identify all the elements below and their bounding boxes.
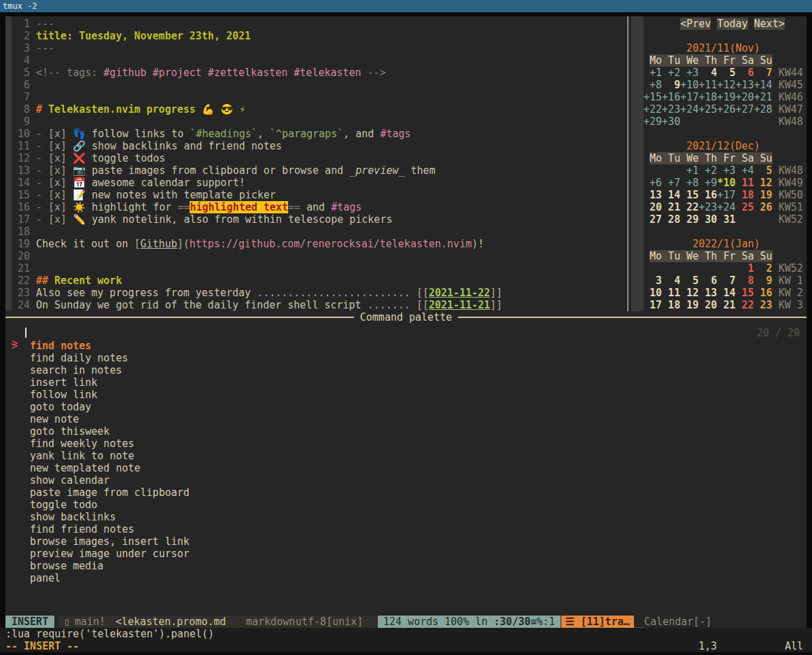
editor-line[interactable]: 13- [x] 📷 paste images from clipboard or… [12, 164, 436, 177]
palette-item[interactable]: find weekly notes [5, 438, 807, 450]
palette-item[interactable]: find daily notes [5, 352, 807, 364]
calendar-day[interactable]: 27 28 29 30 31 [643, 213, 735, 226]
calendar-day-sunday[interactable]: 19 [754, 189, 773, 201]
editor-pane[interactable]: 1---2title: Tuesday, November 23th, 2021… [5, 16, 625, 311]
calendar-day-with-note[interactable]: +1 +2 +3 +4 [680, 164, 754, 177]
editor-line[interactable]: 21 [12, 262, 36, 275]
editor-line[interactable]: 18 [12, 226, 36, 238]
editor-line[interactable]: 9 [12, 116, 36, 128]
calendar-day-with-note[interactable]: +23+24 [699, 201, 735, 213]
editor-line[interactable]: 17- [x] ✏️ yank notelink, also from with… [12, 213, 392, 226]
calendar-day-saturday[interactable]: 15 [735, 287, 754, 299]
calendar-day[interactable]: 10 11 12 13 14 [643, 287, 735, 299]
calendar-nav-button[interactable]: Today [717, 18, 747, 30]
calendar-day[interactable]: 20 21 22 [643, 201, 699, 213]
editor-line[interactable]: 3--- [12, 42, 54, 54]
calendar-row: +6 +7 +8 +9*10 11 12 KW49 [643, 177, 803, 189]
note-link[interactable]: 2021-11-21 [429, 299, 490, 311]
line-position: :30/30 [494, 616, 531, 628]
editor-line[interactable]: 20 [12, 250, 36, 262]
calendar-day-sunday[interactable]: 23 [754, 299, 773, 311]
editor-line[interactable]: 22## Recent work [12, 275, 122, 287]
calendar-day-with-note[interactable]: +17 [717, 189, 735, 201]
palette-item[interactable]: panel [5, 572, 807, 584]
calendar-day-with-note[interactable]: +8 [643, 79, 662, 91]
editor-line[interactable]: 2title: Tuesday, November 23th, 2021 [12, 30, 251, 42]
palette-item[interactable]: yank link to note [5, 450, 807, 462]
editor-line[interactable]: 19Check it out on [Github](https://githu… [12, 238, 484, 250]
calendar-day-today[interactable]: *10 [717, 177, 735, 189]
calendar-day-saturday[interactable]: 25 [735, 201, 754, 213]
github-link[interactable]: Github [141, 238, 177, 250]
palette-item[interactable]: >find notes [5, 340, 807, 352]
editor-line[interactable]: 10- [x] 👣 follow links to `#headings`, `… [12, 128, 411, 140]
calendar-day-saturday[interactable]: 8 [735, 275, 754, 287]
calendar-day-sunday[interactable]: 7 [754, 67, 773, 79]
external-link[interactable]: https://github.com/renerocksai/telekaste… [190, 238, 472, 250]
palette-item[interactable]: insert link [5, 376, 807, 389]
editor-line[interactable]: 23Also see my progress from yesterday ..… [12, 287, 502, 299]
calendar-nav-button[interactable]: <Prev [680, 18, 711, 30]
calendar-day-sunday[interactable]: 16 [754, 287, 773, 299]
palette-item[interactable]: toggle todo [5, 499, 807, 511]
calendar-day[interactable]: 9 [662, 79, 680, 91]
editor-line[interactable]: 24On Sunday we got rid of the daily find… [12, 299, 502, 311]
calendar-day-with-note[interactable]: +6 +7 +8 +9 [643, 177, 717, 189]
editor-line[interactable]: 8# Telekasten.nvim progress 💪 😎 ⚡ [12, 103, 245, 116]
calendar-day-saturday[interactable]: 1 [735, 262, 754, 275]
palette-item[interactable]: search in notes [5, 364, 807, 376]
calendar-day-sunday[interactable]: 5 [754, 164, 773, 177]
editor-line[interactable]: 15- [x] 📝 new notes with template picker [12, 189, 276, 201]
calendar-day[interactable]: 3 4 5 6 7 [643, 275, 735, 287]
editor-line[interactable]: 5<!-- tags: #github #project #zettelkast… [12, 67, 386, 79]
calendar-day-sunday[interactable]: 26 [754, 201, 773, 213]
calendar-day-with-note[interactable]: +10+11+12+13+14 [680, 79, 772, 91]
calendar-pane[interactable]: <Prev Today Next> 2021/11(Nov) Mo Tu We … [631, 16, 807, 311]
calendar-weekday-header: Mo Tu We Th Fr Sa Su [650, 152, 773, 164]
palette-item[interactable]: preview image under cursor [5, 548, 807, 560]
calendar-day[interactable]: 13 14 15 16 [643, 189, 717, 201]
palette-item[interactable]: new note [5, 413, 807, 425]
calendar-week-number: KW52 [773, 262, 803, 275]
calendar-day[interactable]: 17 18 19 20 21 [643, 299, 735, 311]
editor-line[interactable]: 11- [x] 🔗 show backlinks and friend note… [12, 140, 282, 152]
editor-line[interactable]: 4 [12, 54, 36, 67]
command-palette[interactable]: > 20 / 20 >find notesfind daily notessea… [5, 323, 807, 616]
note-link[interactable]: 2021-11-22 [429, 287, 490, 299]
editor-line[interactable]: 14- [x] 📅 awesome calendar support! [12, 177, 245, 189]
palette-item[interactable]: browse images, insert link [5, 535, 807, 548]
palette-item[interactable]: show calendar [5, 474, 807, 486]
calendar-day-saturday[interactable]: 6 [735, 67, 754, 79]
calendar-day[interactable]: 4 5 [699, 67, 735, 79]
palette-item[interactable]: new templated note [5, 462, 807, 474]
window-vertical-separator[interactable] [625, 16, 631, 311]
palette-item[interactable]: goto today [5, 401, 807, 413]
calendar-nav-button[interactable]: Next> [754, 18, 785, 30]
calendar-day-saturday[interactable]: 11 [735, 177, 754, 189]
palette-item[interactable]: show backlinks [5, 511, 807, 523]
editor-line[interactable]: 7 [12, 91, 36, 103]
palette-item-label: browse images, insert link [30, 535, 190, 548]
palette-item[interactable]: follow link [5, 389, 807, 401]
calendar-window-label: __Calendar[-] [632, 616, 711, 628]
editor-line[interactable]: 16- [x] ☀️ highlight for ==highlighted t… [12, 201, 361, 213]
palette-item[interactable]: find friend notes [5, 523, 807, 535]
calendar-day-with-note[interactable]: +22+23+24+25+26+27+28 [643, 103, 773, 116]
calendar-day-sunday[interactable]: 9 [754, 275, 773, 287]
palette-item[interactable]: goto thisweek [5, 425, 807, 438]
palette-prompt-row[interactable]: > 20 / 20 [5, 325, 807, 337]
editor-line[interactable]: 12- [x] ❌ toggle todos [12, 152, 165, 164]
palette-item[interactable]: browse media [5, 560, 807, 572]
statusline-tab-segment[interactable]: ☰ [11]tra… [561, 616, 634, 628]
editor-line[interactable]: 6 [12, 79, 36, 91]
palette-item-label: new note [30, 413, 79, 425]
palette-item[interactable]: paste image from clipboard [5, 486, 807, 499]
calendar-day-sunday[interactable]: 12 [754, 177, 773, 189]
calendar-day-saturday[interactable]: 22 [735, 299, 754, 311]
calendar-day-sunday[interactable]: 2 [754, 262, 773, 275]
calendar-day-saturday[interactable]: 18 [735, 189, 754, 201]
calendar-day-with-note[interactable]: +1 +2 +3 [643, 67, 699, 79]
calendar-day-with-note[interactable]: +15+16+17+18+19+20+21 [643, 91, 773, 103]
calendar-day-with-note[interactable]: +29+30 [643, 116, 680, 128]
editor-line[interactable]: 1--- [12, 18, 54, 30]
